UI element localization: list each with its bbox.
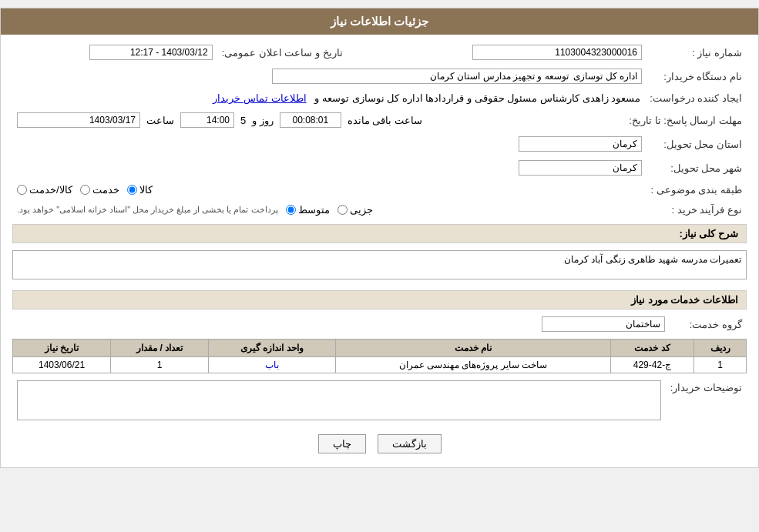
deadline-date-input[interactable] xyxy=(17,112,140,128)
category-item-kala-khedmat: کالا/خدمت xyxy=(17,184,72,196)
category-radio-khedmat[interactable] xyxy=(80,185,90,195)
category-label: طبقه بندی موضوعی : xyxy=(646,182,747,198)
process-note: پرداخت تمام یا بخشی از مبلغ خریدار محل "… xyxy=(17,205,278,215)
process-item-jozii: جزیی xyxy=(338,204,373,216)
creator-label: ایجاد کننده درخواست: xyxy=(645,90,747,106)
th-service-code: کد خدمت xyxy=(610,340,694,357)
content-area: شماره نیاز : تاریخ و ساعت اعلان عمومی: ن… xyxy=(1,35,758,467)
buyer-org-input[interactable] xyxy=(272,69,642,84)
category-label-kala-khedmat: کالا/خدمت xyxy=(29,184,72,196)
th-row-num: ردیف xyxy=(694,340,747,357)
info-table-row1: شماره نیاز : تاریخ و ساعت اعلان عمومی: xyxy=(12,42,747,62)
buyer-notes-label: توضیحات خریدار: xyxy=(666,378,747,425)
city-input[interactable] xyxy=(519,160,642,176)
description-table: (function(){ var el = document.querySele… xyxy=(12,248,747,284)
publish-label: تاریخ و ساعت اعلان عمومی: xyxy=(217,42,348,62)
city-label: شهر محل تحویل: xyxy=(646,158,747,178)
cell-unit: باب xyxy=(209,357,336,373)
info-table-row4: مهلت ارسال پاسخ: تا تاریخ: ساعت 5 روز و … xyxy=(12,110,747,130)
deadline-remaining-input[interactable] xyxy=(280,112,341,128)
process-item-motavasset: متوسط xyxy=(286,204,330,216)
creator-value: مسعود زاهدی کارشناس مسئول حقوقی و قراردا… xyxy=(314,92,640,104)
deadline-remaining-label: ساعت باقی مانده xyxy=(348,115,422,126)
process-label: نوع فرآیند خرید : xyxy=(646,202,747,218)
description-textarea[interactable] xyxy=(12,250,747,279)
services-section-title: اطلاعات خدمات مورد نیاز xyxy=(12,290,747,309)
category-item-kala: کالا xyxy=(127,184,153,196)
province-input[interactable] xyxy=(519,136,642,152)
cell-quantity: 1 xyxy=(111,357,209,373)
process-label-jozii: جزیی xyxy=(350,204,373,216)
process-radio-motavasset[interactable] xyxy=(286,205,296,215)
category-item-khedmat: خدمت xyxy=(80,184,119,196)
page-title: جزئیات اطلاعات نیاز xyxy=(331,15,428,28)
category-radio-kala-khedmat[interactable] xyxy=(17,185,27,195)
publish-input[interactable] xyxy=(89,45,213,60)
services-table: ردیف کد خدمت نام خدمت واحد اندازه گیری ت… xyxy=(12,339,747,373)
process-label-motavasset: متوسط xyxy=(298,204,330,216)
deadline-days: 5 xyxy=(240,115,246,126)
process-radio-group: پرداخت تمام یا بخشی از مبلغ خریدار محل "… xyxy=(17,204,642,216)
service-group-input[interactable] xyxy=(542,316,665,332)
info-table-row2: نام دستگاه خریدار: xyxy=(12,66,747,86)
print-button[interactable]: چاپ xyxy=(318,434,366,453)
info-table-row8: نوع فرآیند خرید : پرداخت تمام یا بخشی از… xyxy=(12,202,747,218)
deadline-time-label: ساعت xyxy=(146,115,174,126)
info-table-row5: استان محل تحویل: xyxy=(12,134,747,154)
buyer-org-label: نام دستگاه خریدار: xyxy=(646,66,747,86)
th-quantity: تعداد / مقدار xyxy=(111,340,209,357)
cell-service-name: ساخت سایر پروژه‌های مهندسی عمران xyxy=(335,357,610,373)
info-table-row3: ایجاد کننده درخواست: مسعود زاهدی کارشناس… xyxy=(12,90,747,106)
th-date: تاریخ نیاز xyxy=(13,340,111,357)
process-radio-jozii[interactable] xyxy=(338,205,348,215)
th-service-name: نام خدمت xyxy=(335,340,610,357)
creator-link[interactable]: اطلاعات تماس خریدار xyxy=(213,92,306,104)
niyaz-number-input[interactable] xyxy=(472,45,642,60)
th-unit: واحد اندازه گیری xyxy=(209,340,336,357)
deadline-label: مهلت ارسال پاسخ: تا تاریخ: xyxy=(624,110,747,130)
page-wrapper: جزئیات اطلاعات نیاز شماره نیاز : تاریخ و… xyxy=(0,8,759,468)
cell-row-num: 1 xyxy=(694,357,747,373)
buyer-notes-textarea[interactable] xyxy=(17,380,661,420)
table-row: 1 ج-42-429 ساخت سایر پروژه‌های مهندسی عم… xyxy=(13,357,747,373)
cell-service-code: ج-42-429 xyxy=(610,357,694,373)
service-group-table: گروه خدمت: xyxy=(12,314,747,334)
service-group-label: گروه خدمت: xyxy=(670,314,747,334)
info-table-row6: شهر محل تحویل: xyxy=(12,158,747,178)
buyer-notes-table: توضیحات خریدار: xyxy=(12,378,747,425)
description-section-title: شرح کلی نیاز: xyxy=(12,224,747,243)
category-label-khedmat: خدمت xyxy=(92,184,119,196)
category-radio-kala[interactable] xyxy=(127,185,137,195)
buttons-row: بازگشت چاپ xyxy=(12,434,747,453)
category-label-kala: کالا xyxy=(139,184,153,196)
back-button[interactable]: بازگشت xyxy=(378,434,442,453)
deadline-days-label: روز و xyxy=(252,115,274,126)
deadline-time-input[interactable] xyxy=(180,112,234,128)
niyaz-number-label: شماره نیاز : xyxy=(646,42,747,62)
province-label: استان محل تحویل: xyxy=(646,134,747,154)
page-header: جزئیات اطلاعات نیاز xyxy=(1,8,758,35)
category-radio-group: کالا/خدمت خدمت کالا xyxy=(17,184,642,196)
info-table-row7: طبقه بندی موضوعی : کالا/خدمت خدمت کالا xyxy=(12,182,747,198)
cell-date: 1403/06/21 xyxy=(13,357,111,373)
